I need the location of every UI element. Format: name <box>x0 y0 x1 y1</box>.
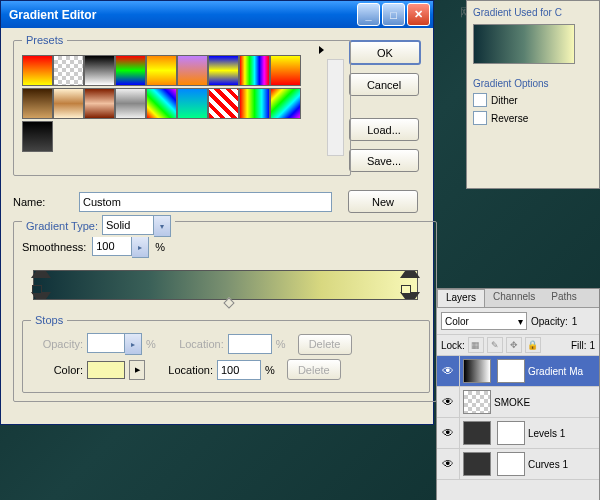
presets-scrollbar[interactable] <box>327 59 344 156</box>
delete-color-button: Delete <box>287 359 341 380</box>
presets-fieldset: Presets <box>13 40 351 176</box>
name-input[interactable] <box>79 192 332 212</box>
preset-swatch[interactable] <box>53 55 84 86</box>
stop-opacity-input <box>87 333 125 353</box>
stops-fieldset: Stops Opacity: ▸ % Location: % Delete Co… <box>22 320 430 393</box>
preset-swatch[interactable] <box>208 88 239 119</box>
tab-channels[interactable]: Channels <box>485 289 543 307</box>
visibility-icon[interactable]: 👁 <box>437 356 460 386</box>
preset-grid <box>22 55 342 152</box>
opacity-value: 1 <box>572 316 578 327</box>
layer-row[interactable]: 👁 Curves 1 <box>437 449 599 480</box>
opacity-label: Opacity: <box>531 316 568 327</box>
smoothness-input[interactable]: ▸ <box>92 236 149 258</box>
layer-name: SMOKE <box>494 397 530 408</box>
gradient-type-label: Gradient Type: <box>26 220 98 232</box>
preset-swatch[interactable] <box>115 88 146 119</box>
close-button[interactable]: ✕ <box>407 3 430 26</box>
stop-location-label: Location: <box>161 364 213 376</box>
preset-swatch[interactable] <box>146 55 177 86</box>
smoothness-value[interactable] <box>92 236 132 256</box>
lock-all-icon[interactable]: 🔒 <box>525 337 541 353</box>
preset-swatch[interactable] <box>22 55 53 86</box>
dither-checkbox[interactable] <box>473 93 487 107</box>
chevron-right-icon: ▸ <box>125 333 142 355</box>
preset-swatch[interactable] <box>177 55 208 86</box>
tab-layers[interactable]: Layers <box>437 289 485 307</box>
preset-swatch[interactable] <box>239 88 270 119</box>
lock-label: Lock: <box>441 340 465 351</box>
layer-thumb[interactable] <box>463 390 491 414</box>
blend-mode-select[interactable]: Color▾ <box>441 312 527 330</box>
preset-swatch[interactable] <box>84 55 115 86</box>
percent-label: % <box>265 364 275 376</box>
opacity-stop[interactable] <box>31 259 51 278</box>
layer-thumb[interactable] <box>463 421 491 445</box>
opacity-location-input <box>228 334 272 354</box>
titlebar[interactable]: Gradient Editor _ □ ✕ <box>1 1 433 28</box>
maximize-button[interactable]: □ <box>382 3 405 26</box>
fill-label: Fill: <box>571 340 587 351</box>
color-menu-button[interactable]: ▶ <box>129 360 145 380</box>
percent-label: % <box>146 338 156 350</box>
layer-name: Curves 1 <box>528 459 568 470</box>
preset-swatch[interactable] <box>84 88 115 119</box>
layer-thumb[interactable] <box>463 359 491 383</box>
tab-paths[interactable]: Paths <box>543 289 585 307</box>
midpoint-marker[interactable] <box>223 297 234 308</box>
preset-swatch[interactable] <box>239 55 270 86</box>
save-button[interactable]: Save... <box>349 149 419 172</box>
layer-name: Gradient Ma <box>528 366 583 377</box>
color-location-input[interactable] <box>217 360 261 380</box>
percent-label: % <box>276 338 286 350</box>
chevron-down-icon[interactable]: ▾ <box>154 215 171 237</box>
visibility-icon[interactable]: 👁 <box>437 387 460 417</box>
color-stop[interactable] <box>31 292 51 311</box>
preset-swatch[interactable] <box>115 55 146 86</box>
chevron-right-icon[interactable]: ▸ <box>132 236 149 258</box>
cancel-button[interactable]: Cancel <box>349 73 419 96</box>
layer-row[interactable]: 👁 Levels 1 <box>437 418 599 449</box>
presets-menu-icon[interactable] <box>319 46 324 54</box>
smoothness-label: Smoothness: <box>22 241 86 253</box>
preset-swatch[interactable] <box>146 88 177 119</box>
gradient-preview[interactable] <box>473 24 575 64</box>
preset-swatch[interactable] <box>22 121 53 152</box>
layers-panel: Layers Channels Paths Color▾ Opacity: 1 … <box>436 288 600 500</box>
gradient-type-select[interactable]: ▾ <box>102 215 171 237</box>
layer-row[interactable]: 👁 Gradient Ma <box>437 356 599 387</box>
lock-paint-icon[interactable]: ✎ <box>487 337 503 353</box>
preset-swatch[interactable] <box>270 88 301 119</box>
gradient-editor-dialog: Gradient Editor _ □ ✕ OK Cancel Load... … <box>0 0 434 425</box>
stops-legend: Stops <box>31 314 67 326</box>
visibility-icon[interactable]: 👁 <box>437 418 460 448</box>
preset-swatch[interactable] <box>53 88 84 119</box>
layer-row[interactable]: 👁 SMOKE <box>437 387 599 418</box>
load-button[interactable]: Load... <box>349 118 419 141</box>
opacity-stop[interactable] <box>400 259 420 278</box>
gradient-type-value[interactable] <box>102 215 154 235</box>
dither-label: Dither <box>491 95 518 106</box>
mask-thumb[interactable] <box>497 421 525 445</box>
preset-swatch[interactable] <box>208 55 239 86</box>
reverse-checkbox[interactable] <box>473 111 487 125</box>
gradient-bar[interactable] <box>33 270 418 300</box>
mask-thumb[interactable] <box>497 452 525 476</box>
lock-transparent-icon[interactable]: ▦ <box>468 337 484 353</box>
ok-button[interactable]: OK <box>349 40 421 65</box>
mask-thumb[interactable] <box>497 359 525 383</box>
gradient-fieldset: Gradient Type: ▾ Smoothness: ▸ % <box>13 221 437 402</box>
preset-swatch[interactable] <box>22 88 53 119</box>
new-button[interactable]: New <box>348 190 418 213</box>
stop-color-swatch[interactable] <box>87 361 125 379</box>
layer-thumb[interactable] <box>463 452 491 476</box>
lock-move-icon[interactable]: ✥ <box>506 337 522 353</box>
color-stop[interactable] <box>400 292 420 311</box>
fill-value: 1 <box>589 340 595 351</box>
window-title: Gradient Editor <box>9 8 355 22</box>
panel-tabs: Layers Channels Paths <box>437 289 599 308</box>
minimize-button[interactable]: _ <box>357 3 380 26</box>
preset-swatch[interactable] <box>270 55 301 86</box>
preset-swatch[interactable] <box>177 88 208 119</box>
visibility-icon[interactable]: 👁 <box>437 449 460 479</box>
